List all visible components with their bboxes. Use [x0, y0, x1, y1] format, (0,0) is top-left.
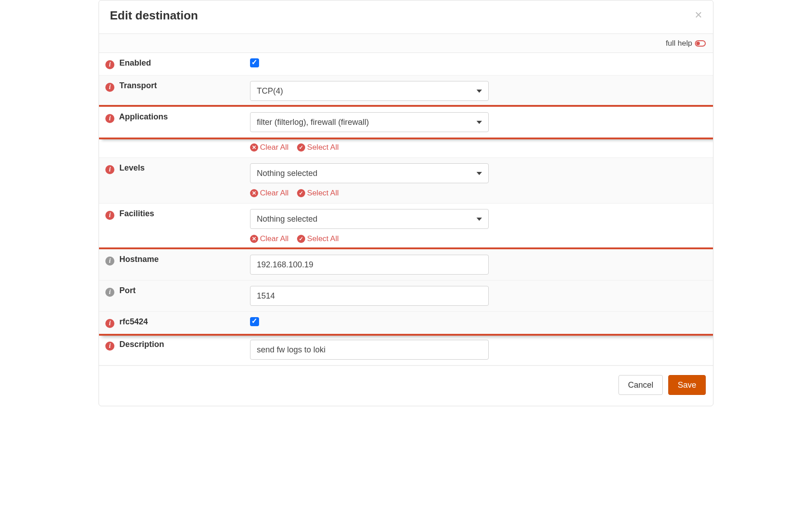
facilities-select[interactable]: Nothing selected: [250, 209, 489, 229]
label-enabled: Enabled: [119, 58, 151, 67]
hostname-input[interactable]: 192.168.100.19: [250, 255, 489, 275]
full-help-label: full help: [666, 39, 692, 48]
enabled-checkbox[interactable]: [250, 58, 259, 67]
cancel-button[interactable]: Cancel: [618, 375, 663, 395]
chevron-down-icon: [477, 172, 482, 175]
rfc5424-checkbox[interactable]: [250, 317, 259, 326]
facilities-clear-all[interactable]: ✕ Clear All: [250, 234, 288, 243]
row-applications: i Applications filter (filterlog), firew…: [99, 107, 713, 158]
clear-icon: ✕: [250, 235, 258, 243]
info-icon[interactable]: i: [105, 83, 114, 92]
row-host-port-rfc: i Hostname 192.168.100.19 i: [99, 249, 713, 334]
port-value: 1514: [257, 291, 275, 301]
levels-select[interactable]: Nothing selected: [250, 163, 489, 183]
check-icon: ✓: [297, 143, 305, 152]
full-help-toggle[interactable]: [695, 40, 706, 47]
close-icon[interactable]: ×: [695, 9, 702, 21]
info-icon[interactable]: i: [105, 60, 114, 69]
label-applications: Applications: [119, 112, 168, 121]
modal-header: Edit destination ×: [99, 0, 713, 33]
edit-destination-modal: Edit destination × full help i Enabled i…: [99, 0, 713, 406]
applications-value: filter (filterlog), firewall (firewall): [257, 118, 369, 127]
label-rfc5424: rfc5424: [119, 317, 148, 326]
port-input[interactable]: 1514: [250, 286, 489, 306]
chevron-down-icon: [477, 218, 482, 221]
info-icon[interactable]: i: [105, 319, 114, 328]
label-hostname: Hostname: [119, 255, 159, 264]
row-facilities: i Facilities Nothing selected ✕ Clear Al…: [99, 204, 713, 249]
info-icon[interactable]: i: [105, 165, 114, 174]
applications-select[interactable]: filter (filterlog), firewall (firewall): [250, 112, 489, 132]
info-icon[interactable]: i: [105, 114, 114, 123]
description-input[interactable]: send fw logs to loki: [250, 340, 489, 360]
check-icon: ✓: [297, 235, 305, 243]
chevron-down-icon: [477, 121, 482, 124]
row-levels: i Levels Nothing selected ✕ Clear All ✓ …: [99, 158, 713, 204]
modal-footer: Cancel Save: [99, 366, 713, 406]
clear-icon: ✕: [250, 189, 258, 197]
label-facilities: Facilities: [119, 209, 154, 218]
label-port: Port: [119, 286, 136, 295]
save-button[interactable]: Save: [668, 375, 706, 395]
facilities-value: Nothing selected: [257, 214, 317, 224]
info-icon[interactable]: i: [105, 256, 114, 266]
row-description: i Description send fw logs to loki: [99, 334, 713, 366]
label-levels: Levels: [119, 163, 145, 172]
transport-select[interactable]: TCP(4): [250, 81, 489, 101]
info-icon[interactable]: i: [105, 211, 114, 220]
row-enabled: i Enabled: [99, 53, 713, 76]
modal-title: Edit destination: [110, 9, 198, 23]
facilities-select-all[interactable]: ✓ Select All: [297, 234, 339, 243]
levels-clear-all[interactable]: ✕ Clear All: [250, 189, 288, 198]
hostname-value: 192.168.100.19: [257, 260, 313, 270]
clear-icon: ✕: [250, 143, 258, 152]
applications-clear-all[interactable]: ✕ Clear All: [250, 143, 288, 152]
info-icon[interactable]: i: [105, 342, 114, 351]
help-bar: full help: [99, 33, 713, 53]
label-transport: Transport: [119, 81, 157, 90]
applications-select-all[interactable]: ✓ Select All: [297, 143, 339, 152]
levels-value: Nothing selected: [257, 169, 317, 178]
check-icon: ✓: [297, 189, 305, 197]
form-table: i Enabled i Transport TCP(4): [99, 53, 713, 366]
transport-value: TCP(4): [257, 86, 283, 96]
label-description: Description: [119, 340, 164, 349]
levels-select-all[interactable]: ✓ Select All: [297, 189, 339, 198]
description-value: send fw logs to loki: [257, 345, 326, 355]
row-transport: i Transport TCP(4): [99, 76, 713, 107]
info-icon[interactable]: i: [105, 288, 114, 297]
chevron-down-icon: [477, 90, 482, 93]
